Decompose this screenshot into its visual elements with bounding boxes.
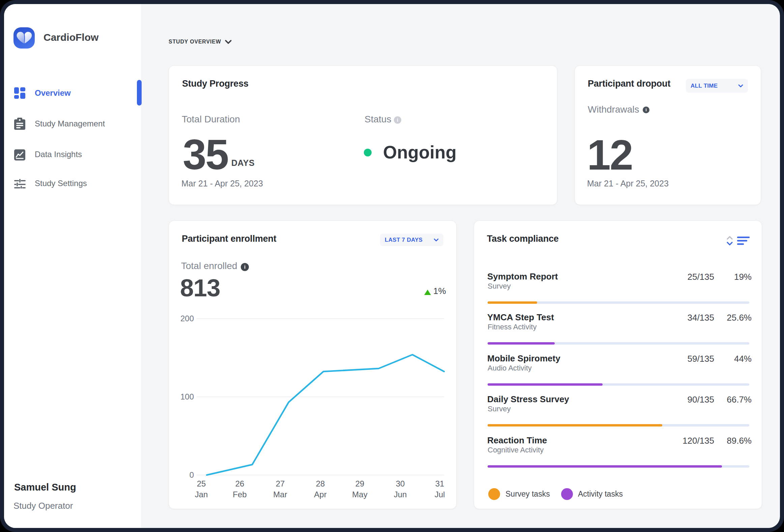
- svg-text:Jul: Jul: [435, 490, 445, 499]
- svg-text:30: 30: [396, 479, 405, 488]
- svg-text:31: 31: [435, 479, 444, 488]
- svg-text:Feb: Feb: [233, 490, 247, 499]
- svg-text:Jun: Jun: [394, 490, 407, 499]
- svg-text:26: 26: [235, 479, 245, 488]
- svg-text:25: 25: [197, 479, 206, 488]
- svg-text:100: 100: [180, 392, 194, 401]
- svg-text:Apr: Apr: [314, 490, 327, 499]
- svg-text:Mar: Mar: [273, 490, 287, 499]
- svg-text:29: 29: [356, 479, 365, 488]
- svg-text:28: 28: [316, 479, 325, 488]
- svg-text:May: May: [352, 490, 367, 499]
- svg-text:27: 27: [276, 479, 285, 488]
- svg-text:Jan: Jan: [195, 490, 208, 499]
- svg-text:0: 0: [190, 470, 194, 479]
- svg-text:200: 200: [180, 314, 194, 323]
